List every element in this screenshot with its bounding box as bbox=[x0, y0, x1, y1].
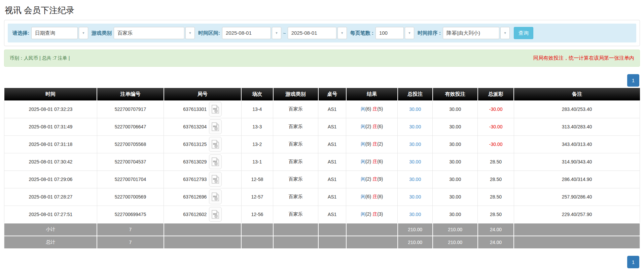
video-replay-button[interactable] bbox=[209, 119, 222, 134]
cell-note: 257.90/286.40 bbox=[514, 188, 640, 206]
cell-valid-bet: 30.00 bbox=[433, 135, 478, 153]
chevron-down-icon[interactable]: ▼ bbox=[500, 27, 510, 39]
summary-valid-bet: 210.00 bbox=[433, 223, 478, 236]
cell-game-type: 百家乐 bbox=[273, 206, 318, 223]
game-type-value: 百家乐 bbox=[114, 27, 184, 39]
video-replay-button[interactable] bbox=[209, 207, 222, 222]
cell-payout: -30.00 bbox=[478, 135, 514, 153]
date-to-value: 2025-08-01 bbox=[288, 27, 336, 39]
summary-cell bbox=[273, 223, 318, 236]
table-row: 2025-08-01 07:31:49 522700706647 6376132… bbox=[4, 118, 640, 135]
game-type-select[interactable]: 百家乐 ▼ bbox=[114, 27, 195, 39]
table-row: 2025-08-01 07:28:27 522700700569 6376126… bbox=[4, 188, 640, 206]
time-sort-label: 时间排序 : bbox=[418, 30, 441, 36]
summary-payout: 24.00 bbox=[478, 223, 514, 236]
cell-note: 343.40/313.40 bbox=[514, 135, 640, 153]
column-header: 局号 bbox=[164, 88, 241, 100]
time-sort-select[interactable]: 降幂(由大到小) ▼ bbox=[443, 27, 510, 39]
cell-bet-id: 522700706647 bbox=[97, 118, 164, 135]
cell-total-bet: 30.00 bbox=[398, 206, 433, 223]
video-replay-button[interactable] bbox=[209, 172, 222, 187]
video-replay-button[interactable] bbox=[209, 137, 222, 152]
valid-bet-note: 同局有效投注，统一计算在该局第一张注单内 bbox=[533, 55, 634, 61]
bet-records-table: 时间注单编号局号场次游戏类别桌号结果总投注有效投注总派彩备注 2025-08-0… bbox=[4, 88, 640, 249]
cell-table-no: AS1 bbox=[318, 100, 346, 118]
cell-result: 闲(6) 庄(8) bbox=[346, 188, 398, 206]
cell-note: 283.40/253.40 bbox=[514, 100, 640, 118]
summary-cell bbox=[346, 236, 398, 249]
chevron-down-icon[interactable]: ▼ bbox=[272, 27, 281, 39]
round-id-text: 637612696 bbox=[183, 194, 207, 200]
player-result-label: 闲 bbox=[361, 194, 365, 199]
date-to-select[interactable]: 2025-08-01 ▼ bbox=[288, 27, 347, 39]
chevron-down-icon[interactable]: ▼ bbox=[405, 27, 414, 39]
date-from-value: 2025-08-01 bbox=[222, 27, 271, 39]
cell-round-id: 637613029 bbox=[164, 153, 241, 171]
cell-session: 13-3 bbox=[241, 118, 273, 135]
cell-bet-id: 522700701704 bbox=[97, 171, 164, 188]
page-size-select[interactable]: 100 ▼ bbox=[375, 27, 414, 39]
cell-table-no: AS1 bbox=[318, 135, 346, 153]
date-from-select[interactable]: 2025-08-01 ▼ bbox=[222, 27, 281, 39]
cell-table-no: AS1 bbox=[318, 171, 346, 188]
summary-total-bet: 210.00 bbox=[398, 236, 433, 249]
total-bet-link[interactable]: 30.00 bbox=[409, 177, 421, 182]
video-replay-button[interactable] bbox=[209, 102, 222, 117]
player-result-value: (6) bbox=[365, 194, 371, 199]
query-type-value: 日期查询 bbox=[31, 27, 78, 39]
video-file-icon bbox=[212, 140, 219, 149]
chevron-down-icon[interactable]: ▼ bbox=[337, 27, 347, 39]
pagination-bottom: 1 bbox=[5, 256, 639, 268]
chevron-down-icon[interactable]: ▼ bbox=[79, 27, 88, 39]
game-type-label: 游戏类别 bbox=[92, 30, 112, 36]
player-result-label: 闲 bbox=[361, 159, 365, 164]
cell-valid-bet: 30.00 bbox=[433, 100, 478, 118]
summary-count: 7 bbox=[97, 223, 164, 236]
search-button[interactable]: 查询 bbox=[514, 27, 533, 39]
video-file-icon bbox=[212, 192, 219, 201]
query-type-select[interactable]: 日期查询 ▼ bbox=[31, 27, 88, 39]
player-result-value: (2) bbox=[365, 159, 371, 164]
cell-total-bet: 30.00 bbox=[398, 118, 433, 135]
total-bet-link[interactable]: 30.00 bbox=[409, 212, 421, 217]
banker-result-label: 庄 bbox=[372, 159, 377, 164]
player-result-label: 闲 bbox=[361, 141, 365, 147]
summary-valid-bet: 210.00 bbox=[433, 236, 478, 249]
video-file-icon bbox=[212, 105, 219, 114]
page-size-value: 100 bbox=[375, 27, 404, 39]
cell-time: 2025-08-01 07:27:51 bbox=[4, 206, 97, 223]
total-bet-link[interactable]: 30.00 bbox=[409, 142, 421, 147]
summary-total-bet: 210.00 bbox=[398, 223, 433, 236]
cell-note: 286.40/314.90 bbox=[514, 171, 640, 188]
banker-result-value: (6) bbox=[377, 159, 383, 164]
video-replay-button[interactable] bbox=[209, 189, 222, 204]
banker-result-label: 庄 bbox=[372, 194, 377, 199]
round-id-text: 637613029 bbox=[183, 159, 207, 164]
total-bet-link[interactable]: 30.00 bbox=[409, 106, 421, 112]
filter-panel: 请选择: 日期查询 ▼ 游戏类别 百家乐 ▼ 时间区间: 2025-08-01 … bbox=[4, 20, 640, 46]
total-bet-link[interactable]: 30.00 bbox=[409, 159, 421, 164]
cell-payout: -30.00 bbox=[478, 118, 514, 135]
cell-session: 12-58 bbox=[241, 171, 273, 188]
chevron-down-icon[interactable]: ▼ bbox=[185, 27, 195, 39]
summary-cell bbox=[273, 236, 318, 249]
time-range-label: 时间区间: bbox=[198, 30, 220, 36]
video-replay-button[interactable] bbox=[209, 154, 222, 169]
column-header: 备注 bbox=[514, 88, 640, 100]
cell-session: 13-2 bbox=[241, 135, 273, 153]
page-1-button[interactable]: 1 bbox=[627, 256, 639, 268]
total-bet-link[interactable]: 30.00 bbox=[409, 194, 421, 200]
column-header: 结果 bbox=[346, 88, 398, 100]
column-header: 总派彩 bbox=[478, 88, 514, 100]
column-header: 桌号 bbox=[318, 88, 346, 100]
cell-payout: 28.50 bbox=[478, 206, 514, 223]
total-bet-link[interactable]: 30.00 bbox=[409, 124, 421, 129]
column-header: 有效投注 bbox=[433, 88, 478, 100]
player-result-value: (2) bbox=[365, 176, 371, 182]
page-1-button[interactable]: 1 bbox=[627, 74, 639, 87]
player-result-value: (9) bbox=[365, 141, 371, 147]
cell-note: 313.40/283.40 bbox=[514, 118, 640, 135]
cell-table-no: AS1 bbox=[318, 153, 346, 171]
summary-label: 小计 bbox=[4, 223, 97, 236]
round-id-text: 637612793 bbox=[183, 177, 207, 182]
